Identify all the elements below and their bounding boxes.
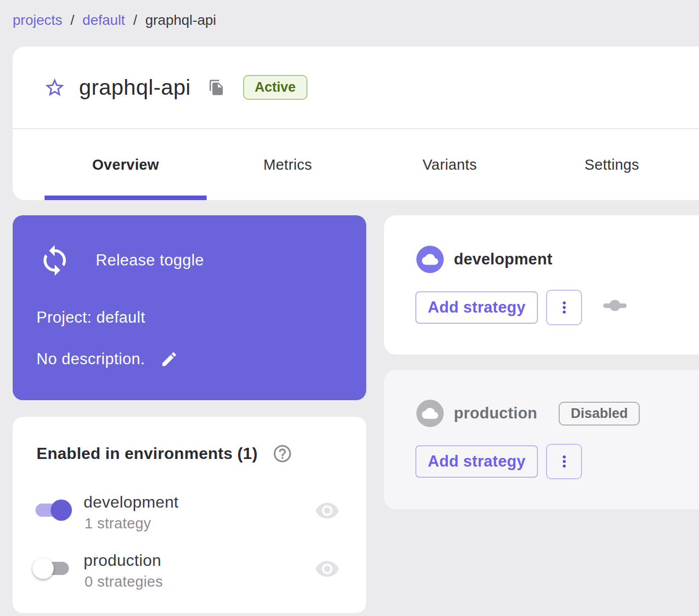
environment-name: development <box>454 250 553 268</box>
environment-header: development <box>416 246 553 273</box>
environment-name: production <box>454 404 537 422</box>
status-badge: Active <box>243 75 307 100</box>
eye-icon[interactable] <box>315 556 340 582</box>
loop-icon <box>38 244 71 277</box>
feature-header-card: graphql-api Active Overview Metrics Vari… <box>13 47 699 200</box>
tab-metrics[interactable]: Metrics <box>207 129 369 200</box>
help-icon[interactable] <box>272 443 293 464</box>
production-toggle[interactable] <box>35 558 70 579</box>
add-strategy-button[interactable]: Add strategy <box>415 445 538 478</box>
tab-overview[interactable]: Overview <box>45 129 207 200</box>
toggle-thumb <box>51 499 72 521</box>
environment-row-name: development <box>84 493 179 512</box>
tab-bar: Overview Metrics Variants Settings <box>45 129 693 200</box>
strategy-count-label: 1 strategy <box>85 515 151 532</box>
copy-icon[interactable] <box>208 79 225 96</box>
page-title: graphql-api <box>79 75 191 100</box>
development-toggle[interactable] <box>35 499 70 521</box>
enabled-environments-title: Enabled in environments (1) <box>36 444 258 463</box>
disabled-badge: Disabled <box>559 402 640 426</box>
tab-variants[interactable]: Variants <box>369 129 531 200</box>
toggle-thumb <box>32 558 54 579</box>
strategy-slider-icon <box>603 299 627 312</box>
toggle-type-label: Release toggle <box>96 251 204 270</box>
feature-title-row: graphql-api Active <box>44 47 307 128</box>
active-tab-indicator <box>45 196 207 200</box>
kebab-menu-icon[interactable] <box>546 290 582 325</box>
edit-pencil-icon[interactable] <box>160 350 178 368</box>
enabled-environments-card: Enabled in environments (1) development … <box>13 417 366 613</box>
description-text: No description. <box>36 350 145 368</box>
description-row: No description. <box>36 350 178 368</box>
environment-row-name: production <box>84 551 161 570</box>
breadcrumb: projects / default / graphql-api <box>13 12 216 28</box>
cloud-icon <box>416 400 444 427</box>
favorite-star-icon[interactable] <box>44 76 66 99</box>
tab-settings[interactable]: Settings <box>531 129 693 200</box>
breadcrumb-separator: / <box>133 12 137 28</box>
release-toggle-header: Release toggle <box>38 244 204 277</box>
environment-header: production Disabled <box>416 400 640 427</box>
strategy-count-label: 0 strategies <box>85 573 163 590</box>
environment-card-production: production Disabled Add strategy <box>384 370 699 509</box>
breadcrumb-separator: / <box>70 12 74 28</box>
release-toggle-card: Release toggle Project: default No descr… <box>13 215 366 400</box>
breadcrumb-projects-link[interactable]: projects <box>13 12 62 28</box>
cloud-icon <box>416 246 444 273</box>
breadcrumb-current: graphql-api <box>145 12 216 28</box>
eye-icon[interactable] <box>315 498 340 523</box>
environment-card-development: development Add strategy <box>384 215 699 355</box>
project-label: Project: default <box>36 309 145 327</box>
kebab-menu-icon[interactable] <box>546 444 582 479</box>
add-strategy-button[interactable]: Add strategy <box>415 291 538 324</box>
breadcrumb-default-link[interactable]: default <box>83 12 125 28</box>
